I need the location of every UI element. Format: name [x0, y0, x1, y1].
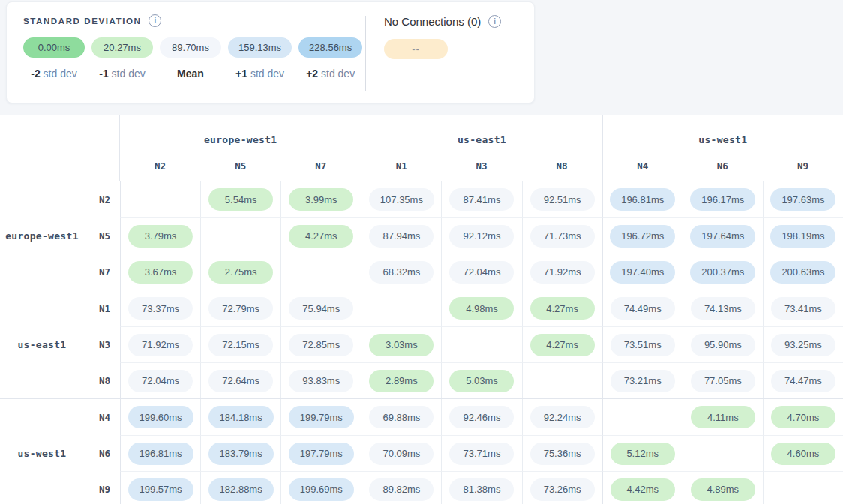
latency-cell: 199.57ms — [120, 471, 200, 504]
latency-pill: 4.70ms — [771, 406, 836, 428]
latency-pill: 74.13ms — [691, 297, 755, 320]
latency-cell: 71.92ms — [522, 254, 602, 290]
latency-pill: 196.81ms — [128, 442, 194, 465]
latency-pill: 4.98ms — [449, 297, 514, 320]
latency-cell: 182.88ms — [200, 471, 280, 504]
latency-pill: 3.79ms — [128, 225, 193, 248]
matrix-row-group: europe-west1N25.54ms3.99ms107.35ms87.41m… — [0, 181, 843, 290]
latency-cell: 87.41ms — [441, 182, 521, 218]
legend-label: Mean — [177, 68, 204, 80]
latency-cell: 2.89ms — [361, 362, 441, 398]
std-deviation-legend-card: STANDARD DEVIATION i 0.00ms -2 std dev 2… — [6, 2, 535, 104]
self-cell — [682, 435, 763, 471]
latency-pill: 73.41ms — [771, 297, 836, 320]
row-node-label: N4 — [84, 399, 120, 435]
latency-cell: 197.40ms — [602, 254, 682, 290]
matrix-row-group: us-east1N173.37ms72.79ms75.94ms4.98ms4.2… — [0, 290, 843, 398]
col-region-label: europe-west1 — [120, 115, 361, 151]
info-icon[interactable]: i — [488, 15, 501, 28]
latency-cell: 72.85ms — [280, 326, 361, 362]
latency-pill: 71.92ms — [128, 334, 193, 356]
latency-cell: 72.04ms — [441, 254, 521, 290]
info-icon[interactable]: i — [148, 14, 161, 27]
self-cell — [200, 218, 280, 254]
latency-pill: 73.71ms — [449, 442, 514, 465]
legend-swatch: 0.00ms — [23, 38, 85, 58]
latency-cell: 73.37ms — [120, 290, 200, 326]
self-cell — [441, 326, 521, 362]
latency-pill: 196.17ms — [690, 188, 755, 211]
latency-pill: 107.35ms — [369, 188, 434, 211]
legend-label: -2 std dev — [31, 68, 76, 80]
legend-item: 0.00ms -2 std dev — [23, 38, 85, 80]
latency-pill: 200.63ms — [770, 261, 836, 284]
self-cell — [120, 182, 200, 218]
latency-pill: 70.09ms — [369, 442, 434, 465]
latency-cell: 72.64ms — [200, 362, 280, 398]
latency-cell: 199.79ms — [280, 399, 361, 435]
latency-pill: 72.79ms — [208, 297, 273, 320]
std-deviation-scale: 0.00ms -2 std dev 20.27ms -1 std dev 89.… — [23, 38, 365, 80]
latency-pill: 5.03ms — [449, 370, 514, 392]
legend-item: 20.27ms -1 std dev — [92, 38, 153, 80]
latency-cell: 4.27ms — [280, 218, 361, 254]
latency-cell: 196.81ms — [120, 435, 200, 471]
latency-pill: 73.21ms — [610, 370, 675, 392]
latency-cell: 87.94ms — [361, 218, 441, 254]
latency-pill: 73.26ms — [530, 478, 595, 501]
latency-pill: 92.51ms — [530, 188, 595, 211]
latency-cell: 107.35ms — [361, 182, 441, 218]
latency-cell: 93.83ms — [280, 362, 361, 398]
self-cell — [280, 254, 361, 290]
no-connections-section: No Connections (0) i -- — [366, 2, 534, 103]
legend-swatch: 20.27ms — [92, 38, 153, 58]
latency-pill: 71.92ms — [530, 261, 595, 284]
self-cell — [602, 399, 682, 435]
latency-pill: 199.79ms — [289, 406, 354, 428]
row-node-label: N6 — [84, 435, 120, 471]
latency-cell: 196.72ms — [602, 218, 682, 254]
latency-pill: 93.25ms — [771, 334, 836, 356]
latency-cell: 92.51ms — [522, 182, 602, 218]
row-node-label: N5 — [84, 218, 120, 254]
latency-cell: 3.99ms — [280, 182, 361, 218]
latency-cell: 200.37ms — [682, 254, 763, 290]
row-node-label: N7 — [84, 254, 120, 290]
latency-pill: 4.89ms — [691, 478, 755, 501]
latency-cell: 199.60ms — [120, 399, 200, 435]
latency-pill: 3.03ms — [369, 334, 434, 356]
latency-cell: 74.49ms — [602, 290, 682, 326]
latency-pill: 197.63ms — [770, 188, 836, 211]
latency-cell: 199.69ms — [280, 471, 361, 504]
latency-cell: 81.38ms — [441, 471, 521, 504]
latency-pill: 69.88ms — [369, 406, 434, 428]
latency-matrix: europe-west1N2N5N7us-east1N1N3N8us-west1… — [0, 115, 843, 504]
latency-cell: 72.15ms — [200, 326, 280, 362]
std-deviation-title: STANDARD DEVIATION — [23, 16, 141, 26]
latency-cell: 75.36ms — [522, 435, 602, 471]
latency-cell: 72.79ms — [200, 290, 280, 326]
latency-cell: 4.42ms — [602, 471, 682, 504]
legend-label: +2 std dev — [306, 68, 355, 80]
latency-pill: 75.36ms — [530, 442, 595, 465]
legend-item: 159.13ms +1 std dev — [228, 38, 292, 80]
legend-label: +1 std dev — [236, 68, 284, 80]
latency-cell: 4.70ms — [763, 399, 843, 435]
latency-cell: 68.32ms — [361, 254, 441, 290]
col-node-label: N8 — [522, 151, 602, 181]
row-region-label: us-west1 — [0, 399, 84, 504]
latency-pill: 183.79ms — [208, 442, 274, 465]
latency-pill: 4.42ms — [610, 478, 675, 501]
latency-pill: 72.04ms — [449, 261, 514, 284]
latency-cell: 3.67ms — [120, 254, 200, 290]
latency-cell: 92.24ms — [522, 399, 602, 435]
latency-pill: 73.37ms — [128, 297, 193, 320]
matrix-corner — [0, 115, 120, 181]
latency-pill: 77.05ms — [691, 370, 755, 392]
latency-cell: 74.47ms — [763, 362, 843, 398]
latency-pill: 93.83ms — [289, 370, 353, 392]
col-region-label: us-west1 — [602, 115, 843, 151]
latency-pill: 199.69ms — [289, 478, 354, 501]
latency-cell: 71.92ms — [120, 326, 200, 362]
latency-cell: 71.73ms — [522, 218, 602, 254]
